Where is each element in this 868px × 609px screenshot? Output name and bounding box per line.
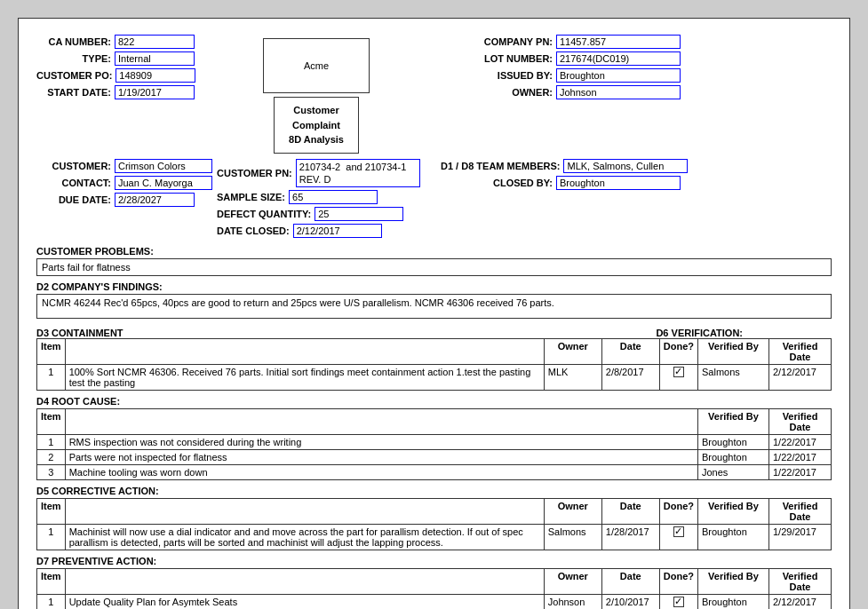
item-verified-date: 1/22/2017 — [769, 465, 832, 480]
item-verified-by: Broughton — [698, 525, 769, 550]
d7-th-owner: Owner — [544, 569, 601, 595]
item-desc: Parts were not inspected for flatness — [65, 450, 697, 465]
closed-by-value: Broughton — [556, 176, 681, 190]
item-num: 2 — [37, 450, 66, 465]
date-closed-row: DATE CLOSED: 2/12/2017 — [217, 224, 423, 238]
d6-label: D6 VERIFICATION: — [656, 328, 743, 338]
table-row: 1 Machinist will now use a dial indicato… — [37, 525, 832, 550]
ca-number-value: 822 — [115, 35, 195, 49]
acme-box: Acme — [263, 38, 370, 93]
d1d8-value: MLK, Salmons, Cullen — [563, 159, 688, 173]
ca-number-label: CA NUMBER: — [36, 36, 115, 47]
date-closed-value: 2/12/2017 — [293, 224, 382, 238]
d2-section: D2 COMPANY'S FINDINGS: NCMR 46244 Rec'd … — [36, 281, 832, 319]
issued-by-label: ISSUED BY: — [441, 70, 556, 81]
d7-table: Item Owner Date Done? Verified By Verifi… — [36, 568, 832, 609]
item-verified-by: Broughton — [698, 595, 769, 609]
customer-pn-value: 210734-2 and 210734-1 REV. D — [296, 159, 420, 188]
d3-th-vdate: Verified Date — [769, 339, 832, 365]
d3-th-done: Done? — [659, 339, 697, 365]
due-date-row: DUE DATE: 2/28/2027 — [36, 193, 210, 207]
main-page: CA NUMBER: 822 TYPE: Internal CUSTOMER P… — [18, 18, 850, 609]
item-num: 1 — [37, 365, 66, 391]
d4-th-item: Item — [37, 409, 66, 435]
item-desc: 100% Sort NCMR 46306. Received 76 parts.… — [65, 365, 544, 391]
customer-pn-row: CUSTOMER PN: 210734-2 and 210734-1 REV. … — [217, 159, 423, 188]
type-label: TYPE: — [36, 53, 115, 64]
customer-value: Crimson Colors — [115, 159, 212, 173]
customer-problems-label: CUSTOMER PROBLEMS: — [36, 246, 832, 257]
item-verified-by: Broughton — [698, 435, 769, 450]
item-verified-date: 1/29/2017 — [769, 525, 832, 550]
d7-th-date: Date — [601, 569, 659, 595]
d7-th-verified: Verified By — [698, 569, 769, 595]
middle-right: D1 / D8 TEAM MEMBERS: MLK, Salmons, Cull… — [423, 159, 832, 241]
d3-th-item: Item — [37, 339, 66, 365]
item-verified-date: 1/22/2017 — [769, 435, 832, 450]
item-verified-date: 2/12/2017 — [769, 595, 832, 609]
d1d8-label: D1 / D8 TEAM MEMBERS: — [441, 161, 563, 171]
left-fields: CA NUMBER: 822 TYPE: Internal CUSTOMER P… — [36, 35, 210, 102]
d3d6-header-row: D3 CONTAINMENT D6 VERIFICATION: — [36, 322, 832, 338]
item-desc: Machine tooling was worn down — [65, 465, 697, 480]
closed-by-label: CLOSED BY: — [441, 178, 556, 188]
table-row: 2 Parts were not inspected for flatness … — [37, 450, 832, 465]
header-center: Acme CustomerComplaint8D Analysis — [210, 35, 423, 154]
d4-th-desc — [65, 409, 697, 435]
due-date-label: DUE DATE: — [36, 194, 115, 205]
owner-value: Johnson — [556, 85, 681, 99]
d1d8-row: D1 / D8 TEAM MEMBERS: MLK, Salmons, Cull… — [441, 159, 832, 173]
d3-th-verified: Verified By — [698, 339, 769, 365]
customer-row: CUSTOMER: Crimson Colors — [36, 159, 210, 173]
d7-label: D7 PREVENTIVE ACTION: — [36, 556, 832, 566]
customer-pn-label: CUSTOMER PN: — [217, 168, 296, 178]
issued-by-value: Broughton — [556, 68, 681, 83]
lot-number-value: 217674(DC019) — [556, 51, 681, 66]
d2-label: D2 COMPANY'S FINDINGS: — [36, 281, 832, 292]
d5-th-item: Item — [37, 499, 66, 525]
item-verified-by: Jones — [698, 465, 769, 480]
item-date: 2/10/2017 — [601, 595, 659, 609]
ca-number-row: CA NUMBER: 822 — [36, 35, 210, 49]
item-done — [659, 595, 697, 609]
sample-size-value: 65 — [289, 190, 378, 204]
contact-label: CONTACT: — [36, 178, 115, 188]
d5-table: Item Owner Date Done? Verified By Verifi… — [36, 498, 832, 550]
start-date-value: 1/19/2017 — [115, 85, 195, 99]
item-num: 1 — [37, 595, 66, 609]
title-text: CustomerComplaint8D Analysis — [289, 105, 344, 145]
company-pn-row: COMPANY PN: 11457.857 — [441, 35, 832, 49]
d5-th-vdate: Verified Date — [769, 499, 832, 525]
sample-size-label: SAMPLE SIZE: — [217, 192, 289, 202]
d4-th-verified: Verified By — [698, 409, 769, 435]
customer-label: CUSTOMER: — [36, 161, 115, 171]
item-desc: Update Quality Plan for Asymtek Seats — [65, 595, 544, 609]
customer-po-label: CUSTOMER PO: — [36, 70, 115, 81]
table-row: 1 RMS inspection was not considered duri… — [37, 435, 832, 450]
item-desc: RMS inspection was not considered during… — [65, 435, 697, 450]
d5-label: D5 CORRECTIVE ACTION: — [36, 486, 832, 496]
start-date-label: START DATE: — [36, 87, 115, 98]
defect-qty-value: 25 — [315, 207, 403, 221]
table-row: 1 100% Sort NCMR 46306. Received 76 part… — [37, 365, 832, 391]
date-closed-label: DATE CLOSED: — [217, 225, 293, 236]
d3-th-desc — [65, 339, 544, 365]
item-owner: Salmons — [544, 525, 601, 550]
item-verified-by: Broughton — [698, 450, 769, 465]
closed-by-row: CLOSED BY: Broughton — [441, 176, 832, 190]
item-verified-by: Salmons — [698, 365, 769, 391]
d3-th-owner: Owner — [544, 339, 601, 365]
customer-problems-text: Parts fail for flatness — [36, 258, 832, 276]
d3-th-date: Date — [601, 339, 659, 365]
item-date: 1/28/2017 — [601, 525, 659, 550]
item-num: 3 — [37, 465, 66, 480]
customer-po-value: 148909 — [115, 68, 195, 83]
item-num: 1 — [37, 525, 66, 550]
item-verified-date: 1/22/2017 — [769, 450, 832, 465]
due-date-value: 2/28/2027 — [115, 193, 195, 207]
customer-problems-section: CUSTOMER PROBLEMS: Parts fail for flatne… — [36, 246, 832, 276]
item-desc: Machinist will now use a dial indicator … — [65, 525, 544, 550]
owner-row: OWNER: Johnson — [441, 85, 832, 99]
contact-row: CONTACT: Juan C. Mayorga — [36, 176, 210, 190]
item-owner: MLK — [544, 365, 601, 391]
